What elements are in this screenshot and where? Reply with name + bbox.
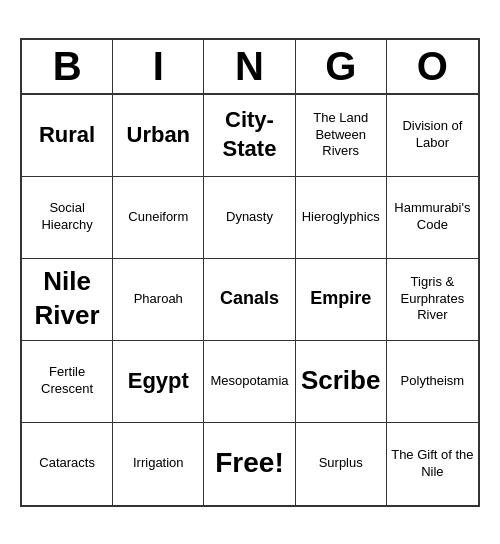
bingo-card: BINGO RuralUrbanCity-StateThe Land Betwe… (20, 38, 480, 507)
bingo-cell: Hammurabi's Code (387, 177, 478, 259)
bingo-cell: Free! (204, 423, 295, 505)
bingo-cell: Rural (22, 95, 113, 177)
bingo-cell: Nile River (22, 259, 113, 341)
cell-text: Cataracts (39, 455, 95, 472)
bingo-cell: Dynasty (204, 177, 295, 259)
bingo-cell: Surplus (296, 423, 387, 505)
cell-text: Fertile Crescent (26, 364, 108, 398)
bingo-cell: Polytheism (387, 341, 478, 423)
cell-text: Surplus (319, 455, 363, 472)
bingo-cell: Irrigation (113, 423, 204, 505)
cell-text: Nile River (26, 265, 108, 333)
cell-text: City-State (208, 106, 290, 163)
cell-text: Rural (39, 121, 95, 150)
header-letter: N (204, 40, 295, 93)
bingo-header: BINGO (22, 40, 478, 95)
cell-text: Empire (310, 287, 371, 310)
bingo-cell: Mesopotamia (204, 341, 295, 423)
cell-text: Polytheism (401, 373, 465, 390)
bingo-cell: Canals (204, 259, 295, 341)
cell-text: Hammurabi's Code (391, 200, 474, 234)
header-letter: B (22, 40, 113, 93)
bingo-cell: Pharoah (113, 259, 204, 341)
cell-text: Free! (215, 445, 283, 481)
bingo-cell: Egypt (113, 341, 204, 423)
cell-text: Cuneiform (128, 209, 188, 226)
cell-text: Dynasty (226, 209, 273, 226)
cell-text: Scribe (301, 364, 381, 398)
bingo-cell: City-State (204, 95, 295, 177)
bingo-cell: Hieroglyphics (296, 177, 387, 259)
cell-text: Social Hiearchy (26, 200, 108, 234)
cell-text: Irrigation (133, 455, 184, 472)
bingo-cell: Tigris & Eurphrates River (387, 259, 478, 341)
cell-text: Pharoah (134, 291, 183, 308)
bingo-cell: Division of Labor (387, 95, 478, 177)
cell-text: The Land Between Rivers (300, 110, 382, 161)
cell-text: Hieroglyphics (302, 209, 380, 226)
bingo-cell: Empire (296, 259, 387, 341)
bingo-cell: Cataracts (22, 423, 113, 505)
cell-text: Division of Labor (391, 118, 474, 152)
bingo-cell: Cuneiform (113, 177, 204, 259)
bingo-cell: Fertile Crescent (22, 341, 113, 423)
bingo-cell: Social Hiearchy (22, 177, 113, 259)
header-letter: G (296, 40, 387, 93)
bingo-cell: The Gift of the Nile (387, 423, 478, 505)
cell-text: Mesopotamia (210, 373, 288, 390)
cell-text: Tigris & Eurphrates River (391, 274, 474, 325)
cell-text: Canals (220, 287, 279, 310)
cell-text: The Gift of the Nile (391, 447, 474, 481)
header-letter: O (387, 40, 478, 93)
cell-text: Egypt (128, 367, 189, 396)
bingo-cell: Urban (113, 95, 204, 177)
header-letter: I (113, 40, 204, 93)
bingo-cell: The Land Between Rivers (296, 95, 387, 177)
cell-text: Urban (127, 121, 191, 150)
bingo-grid: RuralUrbanCity-StateThe Land Between Riv… (22, 95, 478, 505)
bingo-cell: Scribe (296, 341, 387, 423)
